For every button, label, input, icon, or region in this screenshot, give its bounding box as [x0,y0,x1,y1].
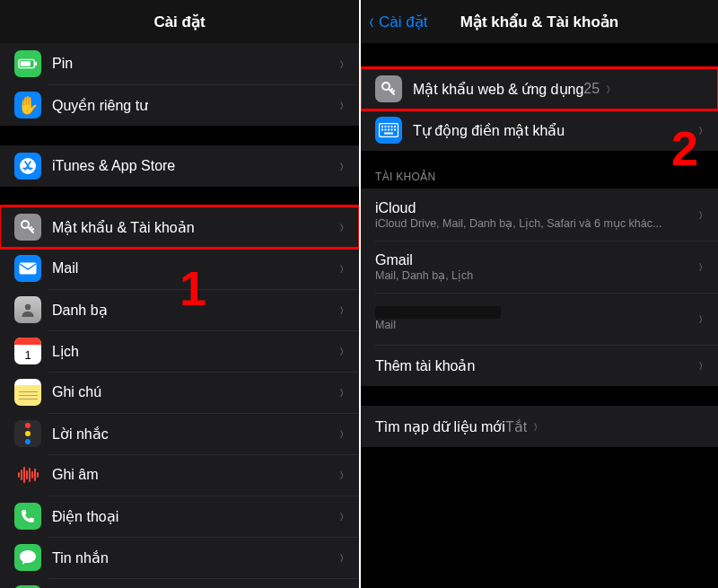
chevron-right-icon: › [339,257,343,280]
svg-rect-13 [391,126,393,127]
svg-rect-17 [388,129,390,131]
reminders-icon [14,420,41,447]
fetch-label: Tìm nạp dữ liệu mới [375,418,505,435]
hidden-account-sub: Mail [375,319,697,331]
privacy-label: Quyền riêng tư [52,97,148,114]
chevron-right-icon: › [698,203,702,226]
chevron-right-icon: › [534,415,538,438]
gmail-sub: Mail, Danh bạ, Lịch [375,268,697,282]
battery-icon [14,50,41,77]
chevron-right-icon: › [698,255,702,278]
chevron-right-icon: › [339,154,343,178]
svg-rect-5 [20,263,37,275]
svg-rect-20 [384,133,393,135]
chevron-right-icon: › [339,546,343,569]
gmail-label: Gmail [375,252,697,268]
settings-row-appstore[interactable]: iTunes & App Store › [0,145,359,187]
settings-screen: Cài đặt Pin › ✋ Quyền riêng tư › iTunes … [0,0,359,588]
chevron-right-icon: › [339,93,343,117]
voice-label: Ghi âm [52,467,99,483]
reminders-label: Lời nhắc [52,426,109,443]
svg-rect-10 [381,126,383,127]
chevron-right-icon: › [698,354,702,377]
chevron-right-icon: › [339,422,343,445]
contacts-label: Danh bạ [52,302,108,319]
row-hidden-account[interactable]: Mail › [361,293,718,345]
messages-icon [14,544,41,571]
svg-rect-14 [394,126,396,127]
key-icon [14,214,41,241]
svg-rect-12 [388,126,390,127]
notes-icon [14,379,41,406]
key-icon [375,75,402,102]
row-icloud[interactable]: iCloud iCloud Drive, Mail, Danh bạ, Lịch… [361,189,718,241]
chevron-right-icon: › [607,77,610,101]
website-passwords-label: Mật khẩu web & ứng dụng [413,81,583,98]
icloud-label: iCloud [375,200,697,216]
row-add-account[interactable]: Thêm tài khoản › [361,345,718,386]
calendar-label: Lịch [52,343,79,360]
settings-row-phone[interactable]: Điện thoại › [0,496,359,537]
svg-rect-18 [391,129,393,131]
passwords-screen: ‹ Cài đặt Mật khẩu & Tài khoản Mật khẩu … [359,0,718,588]
chevron-right-icon: › [339,298,343,321]
website-passwords-count: 25 [583,81,600,97]
mail-label: Mail [52,260,78,276]
settings-header: Cài đặt [0,0,359,43]
back-button[interactable]: ‹ Cài đặt [368,0,427,43]
settings-row-calendar[interactable]: 1 Lịch › [0,330,359,372]
settings-title: Cài đặt [153,13,205,31]
add-account-label: Thêm tài khoản [375,357,475,374]
battery-label: Pin [52,56,73,72]
chevron-right-icon: › [339,52,343,75]
row-autofill[interactable]: Tự động điền mật khẩu › [361,110,718,151]
chevron-left-icon: ‹ [370,11,374,32]
icloud-sub: iCloud Drive, Mail, Danh bạ, Lịch, Safar… [375,216,697,230]
svg-rect-11 [385,126,387,127]
svg-rect-16 [385,129,387,131]
settings-row-passwords[interactable]: Mật khẩu & Tài khoản › [0,206,359,248]
chevron-right-icon: › [698,118,702,142]
svg-rect-15 [381,129,383,131]
settings-row-facetime[interactable]: FaceTime › [0,578,359,588]
appstore-label: iTunes & App Store [52,158,175,174]
settings-row-notes[interactable]: Ghi chú › [0,372,359,413]
appstore-icon [14,153,41,180]
settings-row-privacy[interactable]: ✋ Quyền riêng tư › [0,84,359,126]
hidden-account-label [375,306,501,319]
chevron-right-icon: › [698,307,702,330]
autofill-label: Tự động điền mật khẩu [413,122,565,139]
phone-label: Điện thoại [52,508,118,525]
calendar-icon: 1 [14,338,41,364]
contacts-icon [14,296,41,323]
row-fetch-data[interactable]: Tìm nạp dữ liệu mới Tắt › [361,406,718,447]
passwords-label: Mật khẩu & Tài khoản [52,219,195,236]
settings-row-battery[interactable]: Pin › [0,43,359,84]
keyboard-icon [375,117,402,144]
svg-point-6 [25,304,31,310]
chevron-right-icon: › [339,215,343,239]
accounts-section-header: TÀI KHOẢN [361,151,718,189]
settings-row-contacts[interactable]: Danh bạ › [0,289,359,330]
settings-row-voice[interactable]: Ghi âm › [0,454,359,496]
mail-icon [14,255,41,282]
svg-rect-19 [394,129,396,131]
hand-icon: ✋ [14,92,41,118]
notes-label: Ghi chú [52,384,101,400]
fetch-value: Tắt [505,418,527,435]
row-gmail[interactable]: Gmail Mail, Danh bạ, Lịch › [361,241,718,293]
chevron-right-icon: › [339,381,343,404]
phone-icon [14,503,41,530]
back-label: Cài đặt [379,13,427,31]
voice-memo-icon [14,461,41,488]
svg-rect-1 [21,61,31,66]
settings-row-mail[interactable]: Mail › [0,248,359,289]
chevron-right-icon: › [339,339,343,363]
passwords-title: Mật khẩu & Tài khoản [460,13,618,31]
settings-row-reminders[interactable]: Lời nhắc › [0,413,359,454]
settings-row-messages[interactable]: Tin nhắn › [0,537,359,578]
svg-rect-2 [35,62,37,66]
row-website-passwords[interactable]: Mật khẩu web & ứng dụng 25 › [361,68,718,110]
chevron-right-icon: › [339,463,343,487]
chevron-right-icon: › [339,505,343,528]
